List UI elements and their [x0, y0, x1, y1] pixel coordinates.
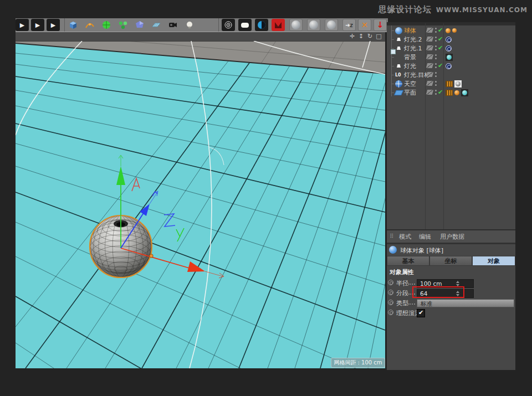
keyframe-icon[interactable]: [388, 310, 393, 315]
visibility-dots[interactable]: [435, 37, 437, 42]
type-dropdown[interactable]: 标准: [417, 299, 514, 307]
spinner-icon[interactable]: [456, 290, 461, 297]
cube-primitive-icon[interactable]: [66, 19, 80, 31]
select-tool-icon[interactable]: ▶: [16, 19, 29, 31]
material-sphere-2-icon[interactable]: [307, 19, 320, 31]
object-name[interactable]: 灯光: [404, 62, 416, 70]
axis-handle-dot[interactable]: [150, 254, 153, 258]
phong-tag-icon[interactable]: [452, 28, 457, 33]
visibility-dots[interactable]: [435, 81, 437, 86]
visibility-dots[interactable]: [435, 54, 437, 60]
object-row-light-target[interactable]: L0 灯光.目标: [387, 70, 515, 79]
material-sphere-1-icon[interactable]: [289, 19, 303, 31]
compositing-tag-icon[interactable]: [446, 90, 453, 96]
field-label: 分段: [396, 289, 408, 297]
visibility-dots[interactable]: [435, 28, 437, 33]
target-tag-icon[interactable]: [446, 45, 452, 52]
visibility-dots[interactable]: [435, 63, 437, 69]
enabled-check-icon[interactable]: ✔: [438, 62, 443, 69]
right-panel: 球体 ✔ 灯光.2 ✔ 灯光.1 ✔ 背景 灯光 ✔ L0 灯光.目标: [387, 22, 515, 370]
field-ideal-render: 理想渲染 ✔: [387, 308, 515, 318]
object-name[interactable]: 灯光.1: [404, 44, 422, 53]
environment-icon[interactable]: [272, 19, 285, 31]
phong-tag-icon[interactable]: [454, 90, 459, 95]
layer-toggle[interactable]: [426, 45, 434, 50]
layer-toggle[interactable]: [426, 81, 434, 86]
layer-toggle[interactable]: [426, 28, 434, 33]
array-generator-icon[interactable]: [116, 19, 130, 31]
target-light-icon[interactable]: [222, 19, 235, 31]
pan-icon[interactable]: ✛: [348, 32, 356, 41]
tab-coords[interactable]: 坐标: [429, 256, 472, 266]
plane-object-icon: [394, 90, 403, 95]
material-sphere-3-icon[interactable]: [325, 19, 338, 31]
object-row-sky[interactable]: 天空: [387, 79, 515, 88]
scene-canvas[interactable]: 网格间距 : 100 cm: [16, 41, 385, 368]
object-row-sphere[interactable]: 球体 ✔: [387, 26, 515, 35]
texture-tag-icon[interactable]: [461, 89, 468, 96]
keyframe-icon[interactable]: [388, 300, 393, 305]
sphere-object-icon: [389, 246, 397, 254]
layer-toggle[interactable]: [426, 90, 434, 95]
enabled-check-icon[interactable]: ✔: [438, 89, 443, 96]
attribute-object-header: 球体对象 [球体]: [387, 244, 515, 256]
menu-userdata[interactable]: 用户数据: [440, 233, 464, 241]
zoom-icon[interactable]: ↕: [357, 32, 365, 41]
radius-input[interactable]: [417, 279, 474, 288]
visibility-dots[interactable]: [435, 45, 437, 51]
spline-pen-icon[interactable]: [83, 19, 96, 31]
rotate-icon[interactable]: ↻: [366, 32, 374, 41]
move-tool-icon[interactable]: ▶: [31, 19, 44, 31]
sky-material-tag-icon[interactable]: [454, 80, 462, 88]
scale-tool-icon[interactable]: ▶: [47, 19, 60, 31]
compositing-tag-icon[interactable]: [446, 81, 453, 87]
keyframe-icon[interactable]: [388, 290, 393, 295]
layer-toggle[interactable]: [426, 72, 434, 77]
section-title: 对象属性: [390, 268, 414, 276]
light-icon[interactable]: [183, 19, 196, 31]
subdivision-surface-icon[interactable]: [100, 19, 113, 31]
texture-tag-icon[interactable]: [446, 54, 453, 61]
visibility-dots[interactable]: [435, 72, 437, 78]
object-name[interactable]: 平面: [404, 89, 416, 97]
object-row-light2[interactable]: 灯光.2 ✔: [387, 35, 515, 44]
metaball-icon[interactable]: [133, 19, 146, 31]
ideal-render-checkbox[interactable]: ✔: [417, 309, 425, 317]
workplane-icon[interactable]: ✕: [358, 19, 371, 31]
main-toolbar: ▶ ▶ ▶ ➔z ✕ ↓: [16, 18, 388, 32]
object-row-light[interactable]: 灯光 ✔: [387, 61, 515, 70]
viewport[interactable]: ✛ ↕ ↻ □: [16, 32, 385, 368]
layer-toggle[interactable]: [426, 37, 434, 42]
enabled-check-icon[interactable]: ✔: [438, 44, 443, 52]
menu-edit[interactable]: 编辑: [419, 233, 431, 241]
maximize-icon[interactable]: □: [375, 32, 383, 41]
sky-icon[interactable]: [255, 19, 268, 31]
spinner-icon[interactable]: [456, 280, 461, 287]
coordinate-system-icon[interactable]: ➔z: [342, 19, 356, 31]
target-tag-icon[interactable]: [446, 63, 452, 69]
phong-tag-icon[interactable]: [446, 28, 451, 33]
enabled-check-icon[interactable]: ✔: [438, 27, 443, 34]
object-name[interactable]: 背景: [404, 53, 416, 61]
watermark-en: WWW.MISSYUAN.COM: [436, 6, 528, 14]
object-name[interactable]: 球体: [404, 27, 416, 35]
object-name[interactable]: 灯光.2: [404, 35, 422, 44]
tab-basic[interactable]: 基本: [387, 256, 429, 266]
snap-down-icon[interactable]: ↓: [374, 19, 387, 31]
layer-toggle[interactable]: [426, 54, 434, 59]
camera-icon[interactable]: [166, 19, 180, 31]
floor-white-icon[interactable]: [238, 19, 252, 31]
floor-plane-icon[interactable]: [150, 19, 163, 31]
target-tag-icon[interactable]: [446, 37, 452, 43]
keyframe-icon[interactable]: [388, 280, 393, 285]
layer-toggle[interactable]: [426, 63, 434, 68]
object-name[interactable]: 天空: [404, 80, 416, 88]
object-row-light1[interactable]: 灯光.1 ✔: [387, 44, 515, 53]
segments-input[interactable]: [417, 289, 474, 298]
visibility-dots[interactable]: [435, 90, 437, 95]
object-row-plane[interactable]: 平面 ✔: [387, 88, 515, 97]
menu-mode[interactable]: 模式: [399, 233, 411, 241]
enabled-check-icon[interactable]: ✔: [438, 35, 443, 43]
object-row-background[interactable]: 背景: [387, 53, 515, 61]
tab-object[interactable]: 对象: [472, 256, 515, 266]
